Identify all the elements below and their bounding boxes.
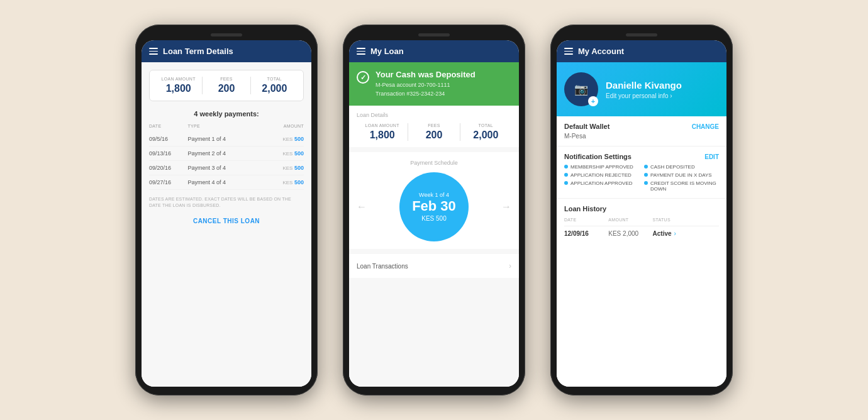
loan-amount-value-2: 1,800: [357, 130, 408, 141]
phone-speaker-1: [211, 33, 242, 36]
prev-week-button[interactable]: ←: [357, 201, 367, 213]
header-title-3: My Account: [578, 47, 624, 56]
row-amount-2: KES 500: [265, 150, 304, 157]
history-status: Active ›: [653, 230, 719, 237]
table-row: 09/5/16 Payment 1 of 4 KES 500: [149, 132, 304, 146]
wallet-value: M-Pesa: [564, 133, 719, 140]
phone-speaker-2: [418, 33, 450, 36]
row-amount-4: KES 500: [265, 179, 304, 185]
chevron-right-icon: ›: [509, 262, 511, 270]
loan-history-title: Loan History: [564, 205, 719, 213]
header-title-2: My Loan: [370, 47, 404, 56]
banner-title: Your Cash was Deposited: [376, 70, 476, 79]
profile-name: Danielle Kivango: [606, 80, 682, 91]
wallet-title: Default Wallet: [564, 123, 609, 130]
screen2-body: Loan Details LOAN AMOUNT 1,800 FEES 200 …: [349, 106, 519, 387]
loan-details-label: Loan Details: [357, 112, 511, 118]
row-date-2: 09/13/16: [149, 150, 188, 157]
wallet-header: Default Wallet CHANGE: [564, 123, 719, 130]
table-row: 09/13/16 Payment 2 of 4 KES 500: [149, 146, 304, 161]
loan-amount-label: LOAN AMOUNT: [155, 77, 202, 81]
notification-settings-section: Notification Settings EDIT MEMBERSHIP AP…: [557, 146, 726, 199]
loan-transactions-row[interactable]: Loan Transactions ›: [349, 254, 519, 278]
wallet-change-button[interactable]: CHANGE: [692, 123, 719, 130]
schedule-label: Payment Schedule: [357, 160, 511, 166]
circle-week: Week 1 of 4: [419, 192, 449, 198]
notif-item: PAYMENT DUE IN X DAYS: [644, 172, 719, 178]
phone-screen-2: My Loan Your Cash was Deposited M-Pesa a…: [349, 40, 519, 387]
notif-item: CASH DEPOSITED: [644, 164, 719, 170]
status-badge: Active: [653, 230, 672, 237]
loan-transactions-label: Loan Transactions: [357, 263, 408, 270]
notif-edit-button[interactable]: EDIT: [704, 153, 719, 160]
notif-dot-icon: [644, 165, 648, 169]
avatar-plus-icon: +: [588, 96, 598, 106]
hamburger-icon-1[interactable]: [149, 48, 158, 55]
history-col-amount: AMOUNT: [608, 218, 652, 222]
row-amount-3: KES 500: [265, 165, 304, 171]
fees-value: 200: [203, 83, 250, 94]
avatar[interactable]: 📷 +: [564, 72, 598, 106]
status-chevron-icon: ›: [674, 230, 676, 237]
notif-title: Notification Settings: [564, 153, 632, 160]
phone-3: My Account 📷 + Danielle Kivango Edit you…: [550, 25, 733, 395]
notif-dot-icon: [564, 165, 568, 169]
history-col-date: DATE: [564, 218, 608, 222]
total-value: 2,000: [251, 83, 298, 94]
screen3-body: Default Wallet CHANGE M-Pesa Notificatio…: [557, 116, 726, 387]
camera-icon: 📷: [574, 82, 588, 96]
payment-schedule-section: Payment Schedule ← Week 1 of 4 Feb 30 KE…: [349, 152, 519, 249]
loan-summary-box-2: LOAN AMOUNT 1,800 FEES 200 TOTAL 2,000: [357, 123, 511, 141]
row-date-4: 09/27/16: [149, 179, 188, 185]
profile-edit-link[interactable]: Edit your personal info ›: [606, 92, 682, 99]
row-date-3: 09/20/16: [149, 165, 188, 171]
row-type-3: Payment 3 of 4: [188, 165, 265, 171]
loan-summary-box-1: LOAN AMOUNT 1,800 FEES 200 TOTAL 2,000: [149, 70, 304, 101]
history-table-header: DATE AMOUNT STATUS: [564, 218, 719, 222]
notif-item: MEMBERSHIP APPROVED: [564, 164, 639, 170]
notif-label-3: APPLICATION REJECTED: [570, 172, 632, 178]
circle-date: Feb 30: [412, 199, 456, 213]
notif-item: CREDIT SCORE IS MOVING DOWN: [644, 180, 719, 192]
circle-amount: KES 500: [421, 215, 446, 222]
total-item-2: TOTAL 2,000: [460, 123, 511, 141]
cancel-loan-button[interactable]: CANCEL THIS LOAN: [149, 218, 304, 227]
history-amount: KES 2,000: [608, 230, 652, 237]
notif-item: APPLICATION REJECTED: [564, 172, 639, 178]
loan-amount-label-2: LOAN AMOUNT: [357, 123, 408, 128]
screen1-body: LOAN AMOUNT 1,800 FEES 200 TOTAL 2,000 4…: [142, 62, 311, 387]
col-header-type: TYPE: [188, 124, 265, 128]
notif-dot-icon: [564, 173, 568, 177]
notif-dot-icon: [644, 173, 648, 177]
disclaimer-text: DATES ARE ESTIMATED. EXACT DATES WILL BE…: [149, 196, 304, 209]
fees-label: FEES: [203, 77, 250, 81]
table-row: 09/27/16 Payment 4 of 4 KES 500: [149, 175, 304, 190]
app-header-3: My Account: [557, 40, 726, 62]
notif-dot-icon: [644, 181, 648, 185]
notif-dot-icon: [564, 181, 568, 185]
success-banner: Your Cash was Deposited M-Pesa account 2…: [349, 62, 519, 106]
schedule-circle: Week 1 of 4 Feb 30 KES 500: [399, 172, 469, 241]
phone-speaker-3: [626, 33, 657, 36]
next-week-button[interactable]: →: [501, 201, 511, 213]
table-row: 09/20/16 Payment 3 of 4 KES 500: [149, 161, 304, 175]
col-header-amount: AMOUNT: [265, 124, 304, 128]
notif-label-1: MEMBERSHIP APPROVED: [570, 164, 633, 170]
hamburger-icon-3[interactable]: [564, 48, 573, 55]
banner-text: Your Cash was Deposited M-Pesa account 2…: [376, 70, 476, 98]
header-title-1: Loan Term Details: [163, 47, 233, 56]
history-col-status: STATUS: [653, 218, 719, 222]
history-row[interactable]: 12/09/16 KES 2,000 Active ›: [564, 226, 719, 241]
notif-label-5: APPLICATION APPROVED: [570, 180, 633, 186]
total-label-2: TOTAL: [460, 123, 511, 128]
checkmark-icon: [357, 71, 369, 84]
profile-banner: 📷 + Danielle Kivango Edit your personal …: [557, 62, 726, 116]
row-type-2: Payment 2 of 4: [188, 150, 265, 157]
notification-grid: MEMBERSHIP APPROVED CASH DEPOSITED APPLI…: [564, 164, 719, 192]
hamburger-icon-2[interactable]: [357, 48, 365, 55]
phone-2: My Loan Your Cash was Deposited M-Pesa a…: [343, 25, 525, 395]
total-label: TOTAL: [251, 77, 298, 81]
app-header-2: My Loan: [349, 40, 519, 62]
notif-header: Notification Settings EDIT: [564, 153, 719, 160]
row-type-4: Payment 4 of 4: [188, 179, 265, 185]
